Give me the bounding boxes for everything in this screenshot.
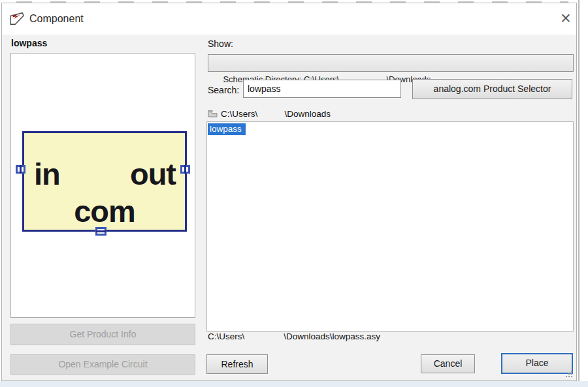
selected-file-path: C:\Users\ \Downloads\lowpass.asy bbox=[208, 332, 380, 341]
refresh-button[interactable]: Refresh bbox=[206, 354, 268, 374]
close-icon[interactable]: × bbox=[557, 10, 575, 28]
place-button[interactable]: Place bbox=[501, 353, 573, 374]
background-strip bbox=[0, 381, 588, 387]
pin-label-in: in bbox=[34, 161, 60, 187]
directory-dropdown[interactable]: Schematic Directory: C:\Users\ \Download… bbox=[208, 54, 574, 72]
port-marker-com-icon bbox=[95, 227, 106, 236]
selected-component-name: lowpass bbox=[11, 38, 47, 48]
ltspice-logo-icon bbox=[9, 12, 25, 26]
port-marker-out-icon bbox=[180, 165, 190, 174]
get-product-info-button[interactable]: Get Product Info bbox=[10, 324, 195, 345]
list-item-selected[interactable]: lowpass bbox=[208, 123, 246, 135]
window-title: Component bbox=[29, 13, 84, 25]
symbol-preview-pane: in out com bbox=[10, 53, 195, 318]
component-symbol: in out com bbox=[22, 131, 187, 232]
component-list[interactable]: lowpass bbox=[206, 121, 574, 332]
folder-icon bbox=[208, 110, 218, 119]
show-label: Show: bbox=[208, 39, 233, 49]
product-selector-button[interactable]: analog.com Product Selector bbox=[412, 79, 572, 99]
cancel-button[interactable]: Cancel bbox=[421, 354, 475, 373]
resize-grip-icon[interactable] bbox=[566, 371, 573, 378]
title-bar: Component × bbox=[2, 3, 576, 35]
pin-label-out: out bbox=[130, 161, 176, 187]
search-label: Search: bbox=[208, 85, 239, 95]
current-directory-row: C:\Users\ \Downloads bbox=[208, 109, 331, 121]
search-input[interactable] bbox=[243, 80, 401, 98]
scan-artifact-right-edge bbox=[578, 0, 580, 387]
component-dialog: Component × lowpass in out com Get Produ… bbox=[1, 3, 577, 381]
open-example-circuit-button[interactable]: Open Example Circuit bbox=[10, 354, 195, 375]
pin-label-com: com bbox=[24, 198, 185, 224]
port-marker-in-icon bbox=[16, 165, 25, 174]
current-directory-path: C:\Users\ \Downloads bbox=[221, 109, 331, 119]
